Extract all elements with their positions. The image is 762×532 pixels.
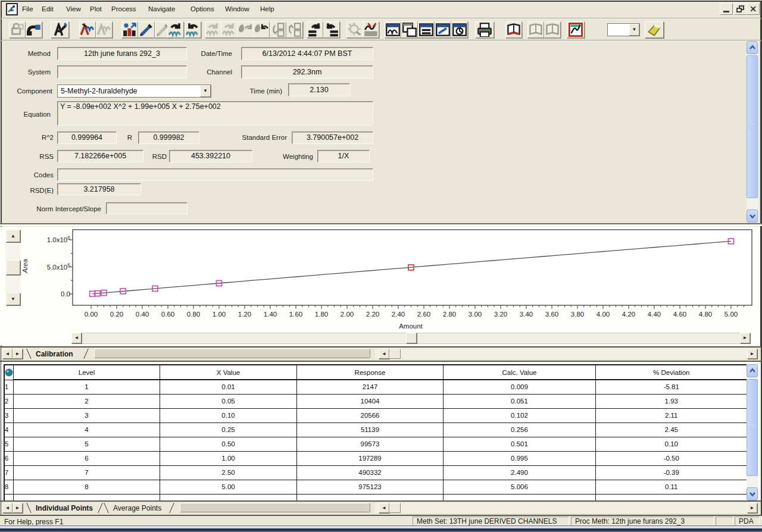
svg-text:3.00: 3.00 bbox=[469, 311, 482, 318]
svg-text:2.80: 2.80 bbox=[443, 311, 456, 318]
svg-text:Area: Area bbox=[21, 259, 29, 273]
svg-text:1.0x106: 1.0x106 bbox=[47, 235, 71, 243]
svg-text:0.00: 0.00 bbox=[85, 311, 98, 318]
svg-text:2.60: 2.60 bbox=[417, 311, 430, 318]
svg-text:4.40: 4.40 bbox=[648, 311, 661, 318]
svg-text:2.20: 2.20 bbox=[366, 311, 379, 318]
svg-text:0.80: 0.80 bbox=[187, 311, 200, 318]
svg-text:2.40: 2.40 bbox=[392, 311, 405, 318]
svg-text:1.40: 1.40 bbox=[264, 311, 277, 318]
svg-text:3.20: 3.20 bbox=[494, 311, 507, 318]
svg-text:0.0: 0.0 bbox=[61, 290, 70, 298]
svg-text:5.00: 5.00 bbox=[724, 311, 738, 318]
svg-text:4.00: 4.00 bbox=[597, 311, 610, 318]
svg-text:4.80: 4.80 bbox=[699, 311, 712, 318]
svg-text:3.40: 3.40 bbox=[520, 311, 533, 318]
svg-text:1.20: 1.20 bbox=[238, 311, 251, 318]
svg-text:4.60: 4.60 bbox=[673, 311, 686, 318]
svg-text:1.80: 1.80 bbox=[315, 311, 328, 318]
svg-text:2.00: 2.00 bbox=[341, 311, 354, 318]
svg-text:1.00: 1.00 bbox=[213, 311, 226, 318]
svg-text:3.60: 3.60 bbox=[545, 311, 558, 318]
svg-text:3.80: 3.80 bbox=[571, 311, 584, 318]
svg-text:5.0x105: 5.0x105 bbox=[47, 262, 71, 271]
svg-text:Amount: Amount bbox=[399, 323, 423, 330]
svg-text:1.60: 1.60 bbox=[289, 311, 302, 318]
svg-text:0.60: 0.60 bbox=[161, 311, 174, 318]
svg-text:0.40: 0.40 bbox=[136, 311, 149, 318]
svg-text:4.20: 4.20 bbox=[622, 311, 635, 318]
svg-text:0.20: 0.20 bbox=[110, 311, 123, 318]
